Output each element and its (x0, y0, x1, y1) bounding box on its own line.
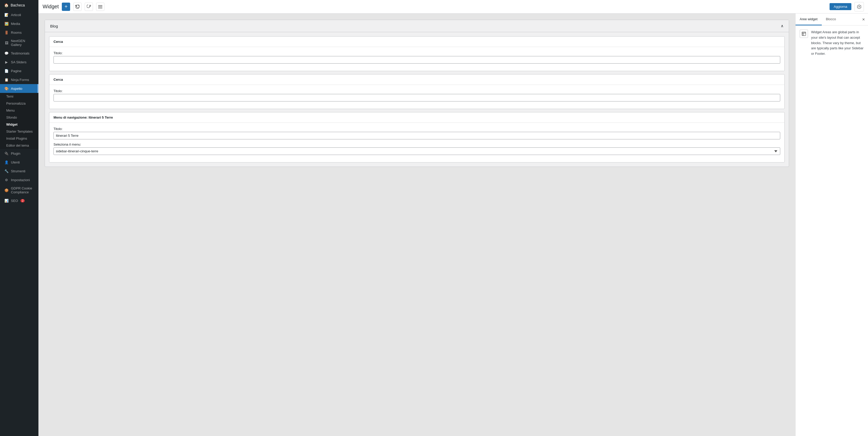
submenu-label: Personalizza (6, 101, 26, 105)
submenu-widget[interactable]: Widget (0, 121, 38, 128)
sidebar-item-strumenti[interactable]: 🔧 Strumenti (0, 167, 38, 175)
svg-rect-4 (802, 33, 806, 33)
panel-tab-aree-widget[interactable]: Aree widget (796, 13, 822, 26)
rooms-icon: 🚪 (4, 30, 9, 35)
sidebar-brand[interactable]: 🏠 Bacheca (0, 0, 38, 10)
submenu-label: Editor del tema (6, 143, 29, 147)
submenu-starter-templates[interactable]: Starter Templates (0, 128, 38, 135)
widget-nav-menu-header[interactable]: Menu di navigazione: Itinerari 5 Terre (49, 112, 784, 123)
pagine-icon: 📄 (4, 69, 9, 73)
sidebar-item-label: Ninja Forms (11, 78, 29, 82)
strumenti-icon: 🔧 (4, 169, 9, 173)
undo-icon (75, 5, 80, 9)
panel-close-button[interactable]: × (862, 17, 865, 22)
nav-menu-titolo-input[interactable] (54, 132, 780, 139)
sidebar-item-label: Utenti (11, 160, 20, 164)
settings-button[interactable] (855, 2, 864, 11)
sidebar-item-rooms[interactable]: 🚪 Rooms (0, 28, 38, 37)
sidebar-item-label: Strumenti (11, 169, 26, 173)
widget-cerca-1-header[interactable]: Cerca (49, 37, 784, 47)
blog-section: Blog ∧ Cerca Titolo: (45, 20, 789, 167)
cerca-1-titolo-group: Titolo: (54, 51, 780, 64)
redo-button[interactable] (85, 3, 93, 11)
sidebar-item-label: NextGEN Gallery (11, 39, 34, 47)
right-panel: Aree widget Blocco × Widget A (795, 13, 868, 436)
gear-icon (857, 5, 861, 9)
svg-rect-0 (98, 5, 102, 6)
impostazioni-icon: ⚙ (4, 177, 9, 182)
cerca-2-titolo-group: Titolo: (54, 89, 780, 101)
list-icon (98, 5, 102, 8)
cerca-2-titolo-input[interactable] (54, 94, 780, 101)
submenu-menu[interactable]: Menu (0, 107, 38, 114)
nav-menu-titolo-group: Titolo: (54, 127, 780, 139)
sidebar-item-aspetto[interactable]: 🎨 Aspetto (0, 84, 38, 93)
sidebar-item-label: SA Sliders (11, 60, 27, 64)
sidebar-item-utenti[interactable]: 👤 Utenti (0, 158, 38, 167)
add-widget-button[interactable]: + (62, 3, 70, 11)
content-area: Blog ∧ Cerca Titolo: (38, 13, 868, 436)
submenu-label: Starter Templates (6, 130, 33, 133)
widget-cerca-2-header[interactable]: Cerca (49, 74, 784, 85)
nextgen-icon: 🖼 (4, 40, 9, 45)
widget-nav-menu-body: Titolo: Seleziona il menu: sidebar-itine… (49, 123, 784, 162)
gdpr-icon: 🍪 (4, 188, 9, 193)
panel-info: Widget Areas are global parts in your si… (800, 30, 864, 57)
utenti-icon: 👤 (4, 160, 9, 165)
list-view-button[interactable] (96, 3, 104, 11)
widget-cerca-2: Cerca Titolo: (49, 74, 785, 109)
sidebar-item-label: Articoli (11, 13, 21, 17)
main-area: Widget + Aggiorna Blog ∧ (38, 0, 868, 436)
submenu-personalizza[interactable]: Personalizza (0, 100, 38, 107)
sidebar-item-impostazioni[interactable]: ⚙ Impostazioni (0, 175, 38, 184)
panel-body: Widget Areas are global parts in your si… (796, 26, 868, 436)
blog-title: Blog (50, 24, 58, 28)
sidebar-item-label: Testimonials (11, 52, 30, 55)
sidebar-item-pagine[interactable]: 📄 Pagine (0, 66, 38, 75)
seo-icon: 📊 (4, 198, 9, 203)
sidebar: 🏠 Bacheca 📝 Articoli 🖼️ Media 🚪 Rooms 🖼 … (0, 0, 38, 436)
submenu-editor-del-tema[interactable]: Editor del tema (0, 142, 38, 149)
svg-rect-1 (98, 6, 102, 7)
panel-header: Aree widget Blocco × (796, 13, 868, 26)
ninja-forms-icon: 📋 (4, 77, 9, 82)
undo-button[interactable] (73, 3, 82, 11)
sidebar-brand-label: Bacheca (11, 3, 25, 7)
nav-menu-select[interactable]: sidebar-itinerari-cinque-terre (54, 147, 780, 155)
submenu-sfondo[interactable]: Sfondo (0, 114, 38, 121)
submenu-temi[interactable]: Temi (0, 93, 38, 100)
widget-editor: Blog ∧ Cerca Titolo: (38, 13, 795, 436)
sidebar-item-gdpr[interactable]: 🍪 GDPR Cookie Compliance (0, 184, 38, 196)
page-title: Widget (42, 4, 59, 10)
sidebar-item-plugin[interactable]: 🔌 Plugin (0, 149, 38, 158)
chevron-up-icon: ∧ (781, 24, 783, 28)
sidebar-item-ninja-forms[interactable]: 📋 Ninja Forms (0, 75, 38, 84)
submenu-install-plugins[interactable]: Install Plugins (0, 135, 38, 142)
update-button[interactable]: Aggiorna (830, 3, 851, 10)
panel-tab-blocco[interactable]: Blocco (822, 13, 840, 26)
sidebar-item-label: Impostazioni (11, 178, 30, 182)
sidebar-item-articoli[interactable]: 📝 Articoli (0, 10, 38, 19)
aspetto-icon: 🎨 (4, 86, 9, 91)
sidebar-item-sa-sliders[interactable]: ▶ SA Sliders (0, 58, 38, 66)
sidebar-item-label: Plugin (11, 152, 20, 156)
plugin-icon: 🔌 (4, 151, 9, 156)
submenu-label: Sfondo (6, 115, 17, 120)
sidebar-item-seo[interactable]: 📊 SEO 2 (0, 196, 38, 205)
blog-section-header[interactable]: Blog ∧ (45, 20, 789, 32)
svg-rect-3 (802, 32, 806, 36)
redo-icon (87, 5, 91, 9)
svg-rect-2 (98, 8, 102, 8)
sidebar-item-label: Rooms (11, 31, 22, 35)
submenu-label: Widget (6, 123, 18, 126)
topbar: Widget + Aggiorna (38, 0, 868, 13)
sidebar-item-media[interactable]: 🖼️ Media (0, 19, 38, 28)
widget-cerca-1-body: Titolo: (49, 47, 784, 71)
submenu-label: Menu (6, 108, 15, 112)
panel-info-text: Widget Areas are global parts in your si… (811, 30, 864, 57)
sidebar-item-testimonials[interactable]: 💬 Testimonials (0, 49, 38, 58)
nav-menu-titolo-label: Titolo: (54, 127, 780, 131)
submenu-label: Temi (6, 95, 13, 98)
cerca-1-titolo-input[interactable] (54, 56, 780, 64)
sidebar-item-nextgen[interactable]: 🖼 NextGEN Gallery (0, 37, 38, 49)
